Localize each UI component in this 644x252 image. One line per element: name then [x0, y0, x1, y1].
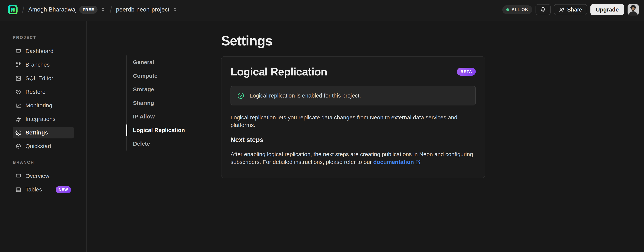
breadcrumb-separator: / — [110, 4, 112, 15]
plan-badge: FREE — [79, 6, 98, 14]
settings-tab-compute[interactable]: Compute — [127, 69, 192, 82]
next-steps-heading: Next steps — [230, 136, 476, 144]
sidebar-item-sql-editor[interactable]: SQL Editor — [13, 72, 74, 84]
description-text: Logical replication lets you replicate d… — [230, 114, 476, 129]
integrations-icon — [16, 116, 21, 122]
sidebar-item-tables[interactable]: Tables NEW — [13, 184, 74, 196]
sidebar-item-label: Monitoring — [26, 102, 52, 109]
monitoring-icon — [16, 102, 21, 108]
sidebar-item-label: Quickstart — [26, 143, 51, 150]
bell-icon — [540, 7, 546, 12]
settings-tab-sharing[interactable]: Sharing — [127, 96, 192, 110]
sidebar-item-dashboard[interactable]: Dashboard — [13, 45, 74, 57]
sidebar-item-branches[interactable]: Branches — [13, 59, 74, 70]
status-text: ALL OK — [512, 7, 528, 12]
settings-subnav: General Compute Storage Sharing IP Allow… — [126, 56, 192, 150]
top-bar: / Amogh Bharadwaj FREE / peerdb-neon-pro… — [0, 0, 644, 21]
settings-tab-delete[interactable]: Delete — [127, 137, 192, 150]
next-steps-text: After enabling logical replication, the … — [230, 150, 476, 166]
success-alert: Logical replication is enabled for this … — [230, 86, 476, 106]
users-icon — [559, 7, 564, 12]
topbar-actions: ALL OK Share Upgrade — [502, 4, 639, 16]
sidebar-section-branch: BRANCH — [13, 160, 86, 165]
new-badge: NEW — [56, 186, 71, 193]
sidebar-item-label: Settings — [26, 130, 48, 136]
share-button[interactable]: Share — [554, 4, 587, 15]
settings-tab-storage[interactable]: Storage — [127, 82, 192, 96]
check-circle-icon — [237, 92, 244, 100]
alert-text: Logical replication is enabled for this … — [250, 92, 361, 99]
avatar-image — [628, 4, 639, 15]
sidebar-item-monitoring[interactable]: Monitoring — [13, 100, 74, 111]
org-selector[interactable]: Amogh Bharadwaj FREE — [28, 6, 106, 14]
sidebar-item-label: Integrations — [26, 116, 56, 122]
sql-editor-icon — [16, 76, 21, 81]
sidebar-item-label: Overview — [26, 173, 50, 179]
settings-tab-ip-allow[interactable]: IP Allow — [127, 110, 192, 123]
sidebar-section-project: PROJECT — [13, 35, 86, 40]
sidebar-item-restore[interactable]: Restore — [13, 86, 74, 98]
chevron-updown-icon — [100, 7, 106, 12]
gear-icon — [16, 130, 21, 136]
logical-replication-card: Logical Replication BETA Logical replica… — [221, 56, 485, 178]
branches-icon — [16, 62, 21, 68]
status-dot-icon — [506, 8, 509, 11]
sidebar-item-label: Branches — [26, 62, 50, 68]
beta-badge: BETA — [457, 68, 476, 76]
upgrade-button[interactable]: Upgrade — [590, 4, 624, 15]
next-steps-text-body: After enabling logical replication, the … — [230, 151, 473, 165]
page-title: Settings — [221, 33, 485, 48]
documentation-link[interactable]: documentation — [373, 159, 421, 165]
sidebar-item-quickstart[interactable]: Quickstart — [13, 140, 74, 152]
sidebar-item-label: Tables — [26, 186, 42, 193]
avatar[interactable] — [628, 4, 639, 16]
dashboard-icon — [16, 48, 21, 54]
check-circle-icon — [16, 143, 21, 149]
status-badge[interactable]: ALL OK — [502, 5, 532, 14]
project-name: peerdb-neon-project — [116, 6, 170, 13]
chevron-updown-icon — [172, 7, 178, 12]
settings-tab-general[interactable]: General — [127, 56, 192, 69]
sidebar-item-integrations[interactable]: Integrations — [13, 113, 74, 125]
sidebar-item-label: Restore — [26, 89, 46, 95]
card-title: Logical Replication — [230, 65, 327, 78]
project-selector[interactable]: peerdb-neon-project — [116, 6, 178, 13]
tables-icon — [16, 187, 21, 192]
settings-tab-logical-replication[interactable]: Logical Replication — [127, 123, 192, 137]
overview-icon — [16, 173, 21, 179]
sidebar-item-label: SQL Editor — [26, 75, 54, 82]
notifications-button[interactable] — [536, 4, 551, 15]
sidebar-item-overview[interactable]: Overview — [13, 170, 74, 182]
share-label: Share — [567, 6, 582, 13]
org-name: Amogh Bharadwaj — [28, 6, 76, 13]
sidebar-item-label: Dashboard — [26, 48, 54, 54]
breadcrumb-separator: / — [22, 4, 24, 15]
sidebar-item-settings[interactable]: Settings — [13, 127, 74, 138]
documentation-link-label: documentation — [373, 159, 414, 165]
breadcrumb: / Amogh Bharadwaj FREE / peerdb-neon-pro… — [8, 4, 178, 15]
neon-logo-icon[interactable] — [8, 4, 18, 15]
main-content: Settings Logical Replication BETA Logica… — [221, 21, 485, 178]
restore-icon — [16, 89, 21, 95]
external-link-icon — [415, 160, 421, 165]
sidebar: PROJECT Dashboard Branches SQL Editor — [0, 21, 87, 252]
